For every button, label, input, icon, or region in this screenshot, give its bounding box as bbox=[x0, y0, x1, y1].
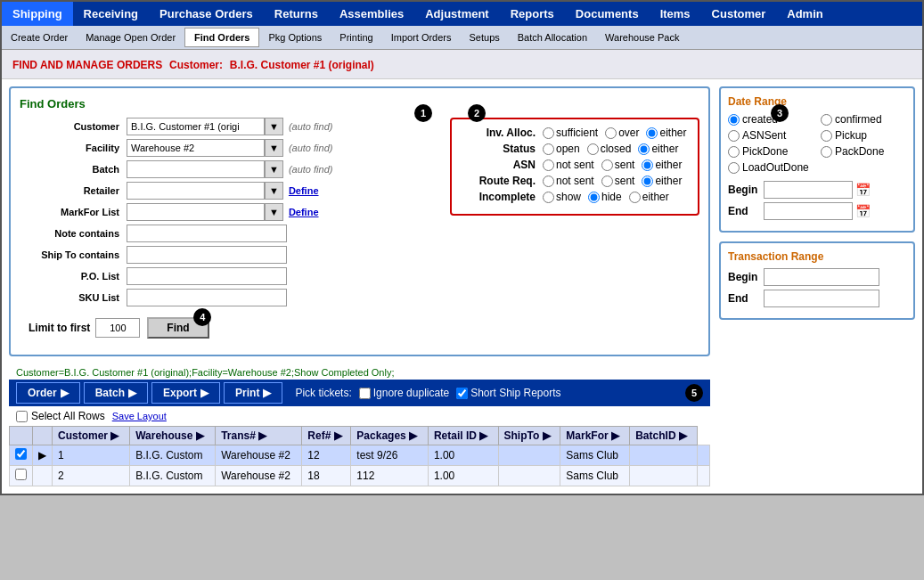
asn-notsent-option[interactable]: not sent bbox=[543, 159, 594, 171]
status-closed-radio[interactable] bbox=[587, 143, 599, 155]
date-pickdone-radio[interactable] bbox=[728, 146, 740, 158]
ignore-dup-checkbox[interactable] bbox=[359, 388, 371, 399]
date-end-calendar-icon[interactable]: 📅 bbox=[855, 204, 871, 218]
customer-dropdown-btn[interactable]: ▼ bbox=[265, 118, 283, 135]
route-notsent-radio[interactable] bbox=[543, 176, 554, 187]
po-input[interactable] bbox=[127, 267, 287, 285]
facility-input[interactable] bbox=[127, 139, 265, 157]
col-trans[interactable]: Trans# ▶ bbox=[216, 427, 302, 445]
date-confirmed-option[interactable]: confirmed bbox=[821, 113, 906, 126]
ignore-dup-checkbox-label[interactable]: Ignore duplicate bbox=[359, 387, 449, 399]
date-pickdone-option[interactable]: PickDone bbox=[728, 145, 814, 158]
asn-sent-radio[interactable] bbox=[601, 159, 613, 171]
nav-reports[interactable]: Reports bbox=[500, 2, 565, 26]
inv-sufficient-radio[interactable] bbox=[543, 127, 554, 139]
date-begin-input[interactable] bbox=[764, 181, 853, 199]
incomplete-show-option[interactable]: show bbox=[543, 191, 581, 203]
date-asnsent-radio[interactable] bbox=[728, 130, 740, 142]
status-open-option[interactable]: open bbox=[543, 143, 580, 155]
date-created-radio[interactable] bbox=[728, 114, 740, 126]
col-retail-id[interactable]: Retail ID ▶ bbox=[428, 427, 498, 445]
nav-returns[interactable]: Returns bbox=[264, 2, 329, 26]
markfor-dropdown-btn[interactable]: ▼ bbox=[265, 203, 283, 221]
batch-button[interactable]: Batch ▶ bbox=[84, 382, 148, 404]
short-ship-checkbox-label[interactable]: Short Ship Reports bbox=[456, 387, 560, 399]
limit-input[interactable] bbox=[95, 318, 140, 338]
col-batchid[interactable]: BatchID ▶ bbox=[630, 427, 698, 445]
col-packages[interactable]: Packages ▶ bbox=[351, 427, 429, 445]
row2-checkbox[interactable] bbox=[10, 466, 33, 486]
facility-dropdown-btn[interactable]: ▼ bbox=[265, 139, 283, 157]
order-button[interactable]: Order ▶ bbox=[16, 382, 80, 404]
date-confirmed-radio[interactable] bbox=[821, 114, 832, 126]
asn-either-radio[interactable] bbox=[642, 159, 653, 171]
route-either-option[interactable]: either bbox=[642, 175, 682, 187]
route-notsent-option[interactable]: not sent bbox=[543, 175, 594, 187]
asn-either-option[interactable]: either bbox=[642, 159, 682, 171]
status-either-radio[interactable] bbox=[638, 143, 650, 155]
select-all-checkbox[interactable] bbox=[16, 411, 28, 422]
status-closed-option[interactable]: closed bbox=[587, 143, 632, 155]
export-button[interactable]: Export ▶ bbox=[151, 382, 220, 404]
subnav-setups[interactable]: Setups bbox=[461, 29, 509, 46]
date-packdone-option[interactable]: PackDone bbox=[821, 145, 906, 158]
markfor-input[interactable] bbox=[127, 203, 265, 221]
markfor-define-link[interactable]: Define bbox=[289, 207, 319, 217]
nav-customer[interactable]: Customer bbox=[701, 2, 777, 26]
table-row[interactable]: 2 B.I.G. Custom Warehouse #2 18 112 1.00… bbox=[10, 466, 710, 486]
inv-either-radio[interactable] bbox=[646, 127, 658, 139]
retailer-define-link[interactable]: Define bbox=[289, 185, 319, 196]
subnav-create-order[interactable]: Create Order bbox=[2, 29, 77, 46]
status-open-radio[interactable] bbox=[543, 143, 554, 155]
select-all-label[interactable]: Select All Rows bbox=[16, 410, 105, 422]
subnav-printing[interactable]: Printing bbox=[331, 29, 381, 46]
batch-dropdown-btn[interactable]: ▼ bbox=[265, 160, 283, 178]
nav-adjustment[interactable]: Adjustment bbox=[414, 2, 500, 26]
subnav-import-orders[interactable]: Import Orders bbox=[382, 29, 461, 46]
date-end-input[interactable] bbox=[764, 202, 853, 220]
inv-over-radio[interactable] bbox=[605, 127, 617, 139]
trans-begin-input[interactable] bbox=[764, 268, 879, 286]
batch-input[interactable] bbox=[127, 160, 265, 178]
nav-purchase-orders[interactable]: Purchase Orders bbox=[149, 2, 264, 26]
subnav-pkg-options[interactable]: Pkg Options bbox=[259, 29, 331, 46]
route-sent-radio[interactable] bbox=[601, 176, 613, 187]
subnav-warehouse-pack[interactable]: Warehouse Pack bbox=[596, 29, 688, 46]
nav-assemblies[interactable]: Assemblies bbox=[329, 2, 414, 26]
shipto-input[interactable] bbox=[127, 246, 287, 264]
date-loadoutdone-radio[interactable] bbox=[728, 162, 740, 174]
incomplete-either-option[interactable]: either bbox=[629, 191, 669, 203]
col-markfor[interactable]: MarkFor ▶ bbox=[560, 427, 630, 445]
asn-notsent-radio[interactable] bbox=[543, 159, 554, 171]
incomplete-either-radio[interactable] bbox=[629, 192, 641, 203]
row1-checkbox[interactable] bbox=[10, 445, 33, 466]
subnav-manage-open-order[interactable]: Manage Open Order bbox=[77, 29, 184, 46]
col-shipto[interactable]: ShipTo ▶ bbox=[498, 427, 560, 445]
route-sent-option[interactable]: sent bbox=[601, 175, 635, 187]
subnav-find-orders[interactable]: Find Orders bbox=[184, 28, 259, 47]
col-warehouse[interactable]: Warehouse ▶ bbox=[130, 427, 216, 445]
date-packdone-radio[interactable] bbox=[821, 146, 832, 158]
save-layout-link[interactable]: Save Layout bbox=[112, 411, 167, 421]
table-row[interactable]: ▶ 1 B.I.G. Custom Warehouse #2 12 test 9… bbox=[10, 445, 710, 466]
retailer-input[interactable] bbox=[127, 182, 265, 200]
incomplete-hide-radio[interactable] bbox=[588, 192, 600, 203]
inv-sufficient-option[interactable]: sufficient bbox=[543, 127, 598, 139]
inv-either-option[interactable]: either bbox=[646, 127, 686, 139]
col-ref[interactable]: Ref# ▶ bbox=[302, 427, 351, 445]
trans-end-input[interactable] bbox=[764, 290, 879, 307]
nav-receiving[interactable]: Receiving bbox=[73, 2, 149, 26]
nav-admin[interactable]: Admin bbox=[776, 2, 833, 26]
nav-shipping[interactable]: Shipping bbox=[2, 2, 73, 26]
status-either-option[interactable]: either bbox=[638, 143, 678, 155]
short-ship-checkbox[interactable] bbox=[456, 388, 468, 399]
date-begin-calendar-icon[interactable]: 📅 bbox=[855, 183, 871, 197]
asn-sent-option[interactable]: sent bbox=[601, 159, 635, 171]
date-pickup-radio[interactable] bbox=[821, 130, 832, 142]
date-asnsent-option[interactable]: ASNSent bbox=[728, 129, 814, 142]
inv-over-option[interactable]: over bbox=[605, 127, 639, 139]
route-either-radio[interactable] bbox=[642, 176, 653, 187]
incomplete-show-radio[interactable] bbox=[543, 192, 554, 203]
subnav-batch-allocation[interactable]: Batch Allocation bbox=[509, 29, 596, 46]
date-pickup-option[interactable]: Pickup bbox=[821, 129, 906, 142]
